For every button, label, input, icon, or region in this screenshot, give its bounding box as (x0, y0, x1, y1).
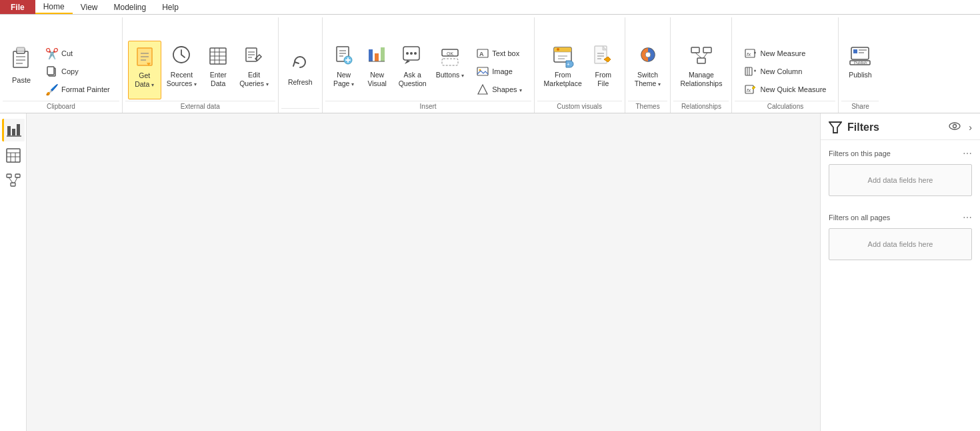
edit-queries-icon (242, 43, 266, 69)
copy-button[interactable]: Copy (41, 63, 114, 80)
get-data-svg (133, 44, 156, 69)
menu-help[interactable]: Help (154, 0, 187, 14)
svg-rect-77 (853, 49, 857, 53)
svg-rect-32 (369, 49, 373, 61)
svg-marker-96 (829, 122, 841, 133)
external-buttons: GetData ▾ RecentSources ▾ (125, 17, 275, 101)
new-column-svg (745, 65, 757, 77)
refresh-button[interactable]: Refresh (284, 48, 317, 107)
format-painter-icon: 🖌️ (45, 83, 59, 96)
edit-queries-button[interactable]: EditQueries ▾ (235, 41, 273, 99)
ribbon-content: Paste ✂️ Cut C (0, 15, 980, 113)
enter-data-icon (206, 43, 230, 69)
clipboard-small-buttons: ✂️ Cut Copy 🖌️ Fo (39, 43, 117, 99)
custom-visuals-buttons: + FromMarketplace (537, 17, 622, 101)
switch-theme-button[interactable]: SwitchTheme ▾ (631, 41, 665, 99)
image-svg (477, 65, 489, 77)
publish-label: Publish (849, 71, 871, 79)
shapes-icon (476, 83, 489, 96)
external-label: External data (125, 101, 275, 113)
from-file-button[interactable]: FromFile (587, 41, 619, 99)
filters-on-this-page-drop[interactable]: Add data fields here (829, 164, 972, 196)
refresh-svg (289, 51, 311, 75)
filter-icon (829, 121, 842, 134)
new-page-icon (332, 43, 356, 69)
new-column-button[interactable]: New Column (740, 63, 830, 80)
recent-sources-icon (169, 43, 193, 69)
menu-modeling[interactable]: Modeling (105, 0, 154, 14)
filters-eye-button[interactable] (949, 120, 961, 134)
svg-point-97 (949, 123, 960, 129)
svg-text:+: + (567, 61, 570, 67)
switch-theme-svg (637, 43, 659, 69)
enter-data-button[interactable]: EnterData (202, 41, 234, 99)
svg-rect-78 (859, 49, 867, 51)
custom-visuals-label: Custom visuals (537, 101, 622, 113)
from-file-label: FromFile (595, 71, 612, 87)
menu-view[interactable]: View (73, 0, 106, 14)
ribbon-group-themes: SwitchTheme ▾ Themes (625, 17, 671, 113)
svg-text:fx: fx (747, 51, 751, 57)
filters-on-all-pages-drop[interactable]: Add data fields here (829, 228, 972, 260)
cut-button[interactable]: ✂️ Cut (41, 45, 114, 62)
table-icon (6, 148, 21, 163)
svg-text:A: A (479, 51, 484, 57)
themes-buttons: SwitchTheme ▾ (628, 17, 668, 101)
filters-panel: Filters › Filters on this page ⋯ Add dat… (820, 113, 980, 431)
from-marketplace-button[interactable]: + FromMarketplace (540, 41, 586, 99)
new-page-button[interactable]: NewPage ▾ (328, 41, 360, 99)
copy-icon (45, 65, 59, 78)
manage-relationships-button[interactable]: ManageRelationships (676, 41, 726, 99)
shapes-button[interactable]: Shapes ▾ (472, 81, 525, 98)
recent-sources-button[interactable]: RecentSources ▾ (163, 41, 201, 99)
text-box-label: Text box (492, 49, 519, 57)
new-quick-measure-button[interactable]: fx New Quick Measure (740, 81, 830, 98)
new-measure-icon: fx (744, 47, 757, 60)
filters-arrow-button[interactable]: › (969, 122, 972, 133)
svg-point-59 (645, 52, 651, 57)
svg-point-39 (414, 52, 417, 55)
sidebar-item-data-view[interactable] (2, 144, 25, 167)
text-box-button[interactable]: A Text box (472, 45, 525, 62)
sidebar-item-report-view[interactable] (2, 119, 25, 141)
clipboard-label: Clipboard (3, 101, 119, 113)
svg-rect-49 (554, 47, 571, 52)
new-visual-label: NewVisual (367, 71, 386, 87)
edit-queries-svg (243, 44, 265, 68)
calculations-label: Calculations (735, 101, 835, 113)
filters-on-this-page-more[interactable]: ⋯ (963, 148, 972, 159)
new-measure-button[interactable]: fx New Measure (740, 45, 830, 62)
menu-home[interactable]: Home (35, 0, 73, 14)
buttons-icon: OK (438, 43, 462, 69)
shapes-svg (477, 83, 489, 95)
paste-button[interactable]: Paste (5, 41, 37, 99)
from-marketplace-svg: + (551, 43, 574, 69)
ask-question-icon (401, 43, 425, 69)
text-box-icon: A (476, 47, 489, 60)
copy-label: Copy (61, 67, 79, 75)
new-visual-button[interactable]: NewVisual (361, 41, 393, 99)
new-page-label: NewPage ▾ (333, 71, 354, 87)
publish-button[interactable]: Publish Publish (844, 41, 876, 99)
edit-queries-label: EditQueries ▾ (239, 71, 269, 87)
filters-on-all-pages-more[interactable]: ⋯ (963, 212, 972, 223)
image-icon (476, 65, 489, 78)
menu-file[interactable]: File (0, 0, 35, 14)
sidebar-item-model-view[interactable] (2, 169, 25, 192)
buttons-button[interactable]: OK Buttons ▾ (432, 41, 469, 99)
refresh-label: Refresh (288, 78, 313, 87)
cut-label: Cut (61, 49, 73, 57)
image-button[interactable]: Image (472, 63, 525, 80)
ask-question-button[interactable]: Ask aQuestion (395, 41, 431, 99)
svg-rect-61 (703, 47, 711, 53)
format-painter-button[interactable]: 🖌️ Format Painter (41, 81, 114, 98)
menu-bar: File Home View Modeling Help (0, 0, 980, 15)
buttons-svg: OK (439, 44, 461, 68)
get-data-button[interactable]: GetData ▾ (128, 41, 161, 99)
svg-line-63 (695, 53, 701, 58)
ribbon-group-custom-visuals: + FromMarketplace (535, 17, 625, 113)
svg-rect-7 (47, 67, 54, 75)
ask-question-svg (402, 44, 423, 68)
themes-label: Themes (628, 101, 668, 113)
new-column-icon (744, 65, 757, 78)
